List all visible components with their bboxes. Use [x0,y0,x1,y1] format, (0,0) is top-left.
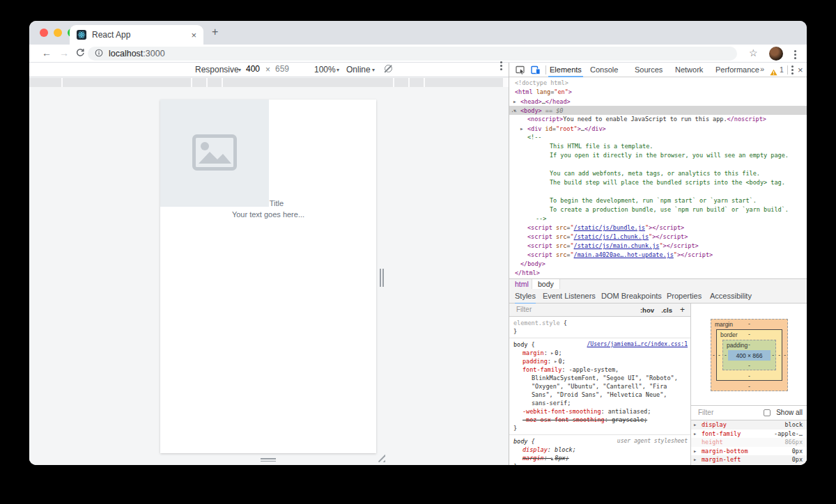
computed-property-row[interactable]: ▶margin-left0px [691,455,807,464]
padding-top-value[interactable]: - [723,341,775,348]
style-rule[interactable]: body {user agent stylesheetdisplay: bloc… [509,435,690,465]
computed-property-row[interactable]: ▶displayblock [691,420,807,430]
ruler-segment [192,78,206,87]
padding-right-value[interactable]: - [772,352,774,359]
tab-styles[interactable]: Styles [515,289,536,304]
info-icon[interactable] [95,47,103,60]
toggle-device-toolbar-icon[interactable] [531,65,541,77]
tab-elements[interactable]: Elements [550,63,582,77]
breadcrumb-html[interactable]: html [515,279,529,289]
tab-network[interactable]: Network [675,63,703,77]
bookmark-star-icon[interactable]: ☆ [749,47,758,58]
viewport-width-resize-handle[interactable] [380,269,384,287]
devtools-menu-icon[interactable] [791,69,794,71]
dom-node-line[interactable]: </body> [509,260,807,269]
computed-property-row[interactable]: ▶margin-bottom0px [691,447,807,456]
box-model-padding[interactable]: padding - - - - 400 × 866 [722,340,776,370]
box-model-margin[interactable]: margin - - - - border - - - - padding [711,319,788,391]
new-tab-button[interactable]: + [212,26,218,38]
tab-close-icon[interactable]: × [191,31,196,40]
style-rule[interactable]: body {/Users/jamiemai…rc/index.css:1marg… [509,338,690,435]
device-height-input[interactable] [273,64,291,74]
url-port: :3000 [143,49,164,58]
inspect-element-icon[interactable] [516,65,525,77]
dom-node-line[interactable]: </html> [509,269,807,278]
dom-node-selected[interactable]: ..▼<body> == $0 [509,106,807,115]
toggle-class-button[interactable]: .cls [661,306,672,314]
dom-node-line[interactable]: If you open it directly in the browser, … [509,151,807,160]
border-right-value[interactable]: - [778,352,780,359]
border-bottom-value[interactable]: - [717,372,782,379]
padding-bottom-value[interactable]: - [723,362,775,369]
close-window-button[interactable] [40,29,48,37]
stylesheet-source-link[interactable]: user agent stylesheet [617,437,688,446]
tab-event-listeners[interactable]: Event Listeners [543,289,596,304]
margin-right-value[interactable]: - [784,352,786,359]
computed-filter-input[interactable] [697,408,752,417]
dom-node-line[interactable]: ▶<head>…</head> [509,97,807,106]
dom-node-line[interactable]: <script src="/static/js/bundle.js"></scr… [509,223,807,233]
warning-count[interactable]: 1 [780,65,784,74]
computed-property-row[interactable]: ▶font-family-apple-… [691,430,807,439]
dom-node-line[interactable]: <script src="/main.a4020ae….hot-update.j… [509,251,807,260]
padding-left-value[interactable]: - [725,352,727,359]
device-toolbar-menu-icon[interactable] [500,65,502,67]
device-type-select[interactable]: Responsive [195,65,239,74]
devtools-close-icon[interactable]: × [798,65,803,75]
tab-sources[interactable]: Sources [635,63,663,77]
breadcrumb-body[interactable]: body [532,279,560,290]
show-all-checkbox[interactable] [764,409,771,416]
style-rule[interactable]: element.style {} [509,317,690,338]
toggle-hover-state-button[interactable]: :hov [640,306,654,314]
ruler-segment [63,78,191,87]
profile-avatar[interactable] [769,47,783,61]
device-width-input[interactable] [244,64,262,74]
dom-node-line[interactable]: To create a production bundle, use `npm … [509,205,807,214]
address-bar[interactable]: localhost:3000 [88,47,737,61]
border-left-value[interactable]: - [718,352,720,359]
tab-dom-breakpoints[interactable]: DOM Breakpoints [601,289,662,304]
viewport-corner-resize-handle[interactable] [378,455,385,462]
zoom-select[interactable]: 100% [314,65,336,74]
dom-node-line[interactable]: <noscript>You need to enable JavaScript … [509,115,807,124]
dom-node-line[interactable]: You can add webfonts, meta tags, or anal… [509,169,807,178]
dom-node-line[interactable]: --> [509,214,807,223]
margin-bottom-value[interactable]: - [711,383,787,390]
viewport-height-resize-handle[interactable] [261,458,276,462]
dom-node-line[interactable] [509,160,807,169]
reload-icon[interactable] [75,48,85,60]
stylesheet-source-link[interactable]: /Users/jamiemai…rc/index.css:1 [587,340,688,349]
new-style-rule-button[interactable]: + [680,305,685,315]
border-top-value[interactable]: - [717,331,782,338]
back-icon[interactable]: ← [42,47,52,58]
dom-node-line[interactable]: ▶<div id="root">…</div> [509,124,807,133]
box-model-content[interactable]: 400 × 866 [728,350,771,361]
browser-menu-icon[interactable] [794,54,796,56]
dom-node-line[interactable]: <script src="/static/js/main.chunk.js"><… [509,242,807,251]
dom-node-line[interactable]: <html lang="en"> [509,88,807,97]
dom-node-line[interactable]: The build step will place the bundled sc… [509,178,807,187]
dom-node-line[interactable]: <!-- [509,133,807,142]
box-model-border[interactable]: border - - - - padding - - - - 40 [716,329,782,381]
tab-console[interactable]: Console [590,63,618,77]
margin-top-value[interactable]: - [711,320,787,327]
device-viewport: Title Your text goes here... [160,100,376,453]
rotate-device-icon[interactable] [385,65,392,72]
tab-performance[interactable]: Performance [715,63,759,77]
minimize-window-button[interactable] [54,29,62,37]
computed-property-row[interactable]: height866px [691,438,807,447]
more-tabs-icon[interactable]: » [760,65,764,73]
tab-accessibility[interactable]: Accessibility [710,289,752,304]
ruler-segment [208,78,222,87]
dom-node-line[interactable]: <!doctype html> [509,79,807,88]
margin-left-value[interactable]: - [713,352,715,359]
network-throttle-select[interactable]: Online [346,65,371,74]
dom-node-line[interactable]: This HTML file is a template. [509,142,807,151]
dom-node-line[interactable]: <script src="/static/js/1.chunk.js"></sc… [509,233,807,242]
dom-node-line[interactable] [509,187,807,196]
forward-icon[interactable]: → [59,47,69,58]
dom-node-line[interactable]: To begin the development, run `npm start… [509,196,807,205]
tab-properties[interactable]: Properties [667,289,702,304]
browser-tab[interactable]: React App × [70,25,203,45]
styles-filter-input[interactable] [515,305,598,314]
